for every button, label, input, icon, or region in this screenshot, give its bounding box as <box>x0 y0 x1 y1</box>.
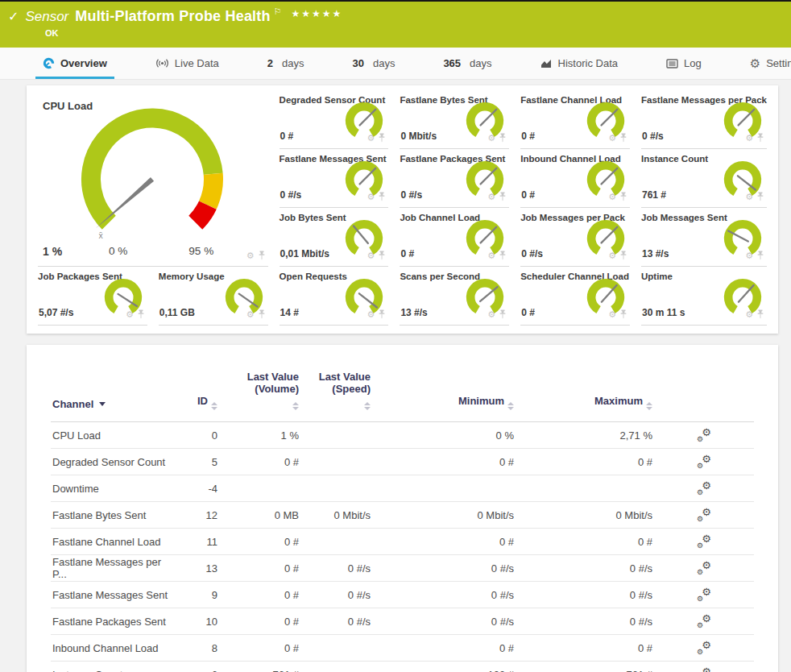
channel-settings-gear-icon[interactable]: ⚙ <box>608 193 616 201</box>
channel-settings-gear-icon[interactable]: ⚙ <box>487 251 495 260</box>
mini-gauge-tile: Scans per Second 13 #/s ⚙ <box>400 267 509 326</box>
cell-id: 12 <box>180 509 219 521</box>
table-row: Fastlane Packages Sent 10 0 # 0 #/s 0 #/… <box>51 608 754 635</box>
cell-last-value-volume: 0 # <box>219 589 300 601</box>
column-header-last-value-speed[interactable]: Last Value (Speed) <box>300 371 372 410</box>
pin-icon[interactable] <box>619 309 627 319</box>
pin-icon[interactable] <box>499 192 507 201</box>
channel-settings-gears-icon[interactable]: ⚙⚙ <box>696 615 712 628</box>
log-icon <box>666 59 678 68</box>
column-header-id[interactable]: ID <box>180 395 219 410</box>
pin-icon[interactable] <box>258 309 266 319</box>
channel-settings-gears-icon[interactable]: ⚙⚙ <box>696 562 712 575</box>
cell-last-value-volume: 0 # <box>219 616 300 628</box>
cell-minimum: 0 #/s <box>372 589 516 601</box>
mini-gauge-needle <box>481 227 497 243</box>
cell-id: 13 <box>180 562 219 575</box>
channel-settings-gear-icon[interactable]: ⚙ <box>367 193 375 201</box>
tab-settings[interactable]: ⚙ Settings <box>743 48 791 79</box>
mini-gauge-value: 0 # <box>521 189 535 201</box>
gear-icon: ⚙ <box>750 57 760 69</box>
channel-settings-gears-icon[interactable]: ⚙⚙ <box>696 668 712 672</box>
mini-gauge-value: 0,11 GB <box>159 307 195 318</box>
column-header-minimum[interactable]: Minimum <box>372 395 516 410</box>
channel-settings-gears-icon[interactable]: ⚙⚙ <box>696 482 712 496</box>
channel-settings-gear-icon[interactable]: ⚙ <box>745 134 753 143</box>
cell-channel: Downtime <box>51 483 180 495</box>
pin-icon[interactable] <box>499 309 507 319</box>
channel-settings-gear-icon[interactable]: ⚙ <box>367 134 375 143</box>
mini-gauge-value: 13 #/s <box>400 307 427 318</box>
column-header-maximum[interactable]: Maximum <box>516 395 654 410</box>
pin-icon[interactable] <box>378 309 386 319</box>
scale-min-label: 0 % <box>108 245 126 257</box>
area-chart-icon <box>540 58 553 68</box>
mini-gauge-needle <box>602 227 618 243</box>
pin-icon[interactable] <box>619 251 627 260</box>
channel-settings-gear-icon[interactable]: ⚙ <box>487 193 495 201</box>
pin-icon[interactable] <box>378 133 386 143</box>
pin-icon[interactable] <box>756 133 764 143</box>
mini-gauge-value: 30 m 11 s <box>642 307 685 318</box>
gauges-grid: CPU Load x̄ 0 % 95 % 1 % ⚙ Degraded Sens… <box>38 90 767 326</box>
tab-30-days[interactable]: 30 days <box>345 48 402 79</box>
pin-icon[interactable] <box>499 133 507 143</box>
tab-overview[interactable]: Overview <box>35 48 114 79</box>
cell-last-value-volume: 0 # <box>219 562 300 575</box>
mini-gauge-tile: Open Requests 14 # ⚙ <box>280 267 389 326</box>
table-row: Fastlane Messages Sent 9 0 # 0 #/s 0 #/s… <box>51 582 754 608</box>
channel-settings-gear-icon[interactable]: ⚙ <box>487 134 495 143</box>
channel-settings-gear-icon[interactable]: ⚙ <box>367 310 375 319</box>
tab-log[interactable]: Log <box>659 48 709 79</box>
tab-365-days[interactable]: 365 days <box>436 48 499 79</box>
channel-settings-gear-icon[interactable]: ⚙ <box>367 251 375 260</box>
cell-maximum: 0 # <box>516 642 654 654</box>
channel-settings-gear-icon[interactable]: ⚙ <box>745 251 753 260</box>
page-title: Multi-Platform Probe Health <box>75 8 270 25</box>
channel-settings-gear-icon[interactable]: ⚙ <box>246 310 255 319</box>
pin-icon[interactable] <box>619 133 627 143</box>
channel-settings-gear-icon[interactable]: ⚙ <box>608 310 616 319</box>
tab-historic-data[interactable]: Historic Data <box>533 48 625 79</box>
channel-settings-gear-icon[interactable]: ⚙ <box>608 251 616 260</box>
pin-icon[interactable] <box>258 251 266 260</box>
cpu-gauge: x̄ 0 % 95 % <box>56 103 249 261</box>
pin-icon[interactable] <box>378 192 386 201</box>
cell-channel: Fastlane Messages per P... <box>51 556 180 580</box>
cell-maximum: 0 # <box>516 456 654 468</box>
channel-settings-gears-icon[interactable]: ⚙⚙ <box>696 535 712 549</box>
channel-settings-gear-icon[interactable]: ⚙ <box>126 310 134 319</box>
channel-settings-gear-icon[interactable]: ⚙ <box>608 134 616 143</box>
column-header-last-value-volume[interactable]: Last Value (Volume) <box>219 371 300 410</box>
channel-settings-gears-icon[interactable]: ⚙⚙ <box>696 508 712 522</box>
mini-gauge-needle <box>360 168 376 185</box>
channel-settings-gears-icon[interactable]: ⚙⚙ <box>696 641 712 655</box>
mini-gauge-tile: Instance Count 761 # ⚙ <box>641 149 767 208</box>
mini-gauge-value: 0,01 Mbit/s <box>280 248 329 259</box>
cell-last-value-volume: 761 # <box>219 669 300 672</box>
channel-settings-gears-icon[interactable]: ⚙⚙ <box>696 588 712 602</box>
pin-icon[interactable] <box>137 309 145 319</box>
pin-icon[interactable] <box>378 251 386 260</box>
channel-settings-gear-icon[interactable]: ⚙ <box>745 310 753 319</box>
pin-icon[interactable] <box>619 192 627 201</box>
pin-icon[interactable] <box>756 251 764 260</box>
tab-2-days[interactable]: 2 days <box>260 48 312 79</box>
mini-gauge-tile: Fastlane Messages per Pack 0 #/s ⚙ <box>641 90 767 149</box>
sort-desc-icon <box>99 402 106 406</box>
priority-stars[interactable]: ★★★★★ <box>292 8 343 19</box>
cell-maximum: 0 #/s <box>516 616 654 628</box>
channel-settings-gear-icon[interactable]: ⚙ <box>745 193 753 201</box>
pin-icon[interactable] <box>499 251 507 260</box>
pin-icon[interactable] <box>756 309 764 319</box>
column-header-channel[interactable]: Channel <box>51 398 180 410</box>
flag-icon[interactable]: ⚐ <box>274 6 282 17</box>
mini-gauge-value: 0 Mbit/s <box>400 131 437 142</box>
channel-settings-gears-icon[interactable]: ⚙⚙ <box>696 455 712 469</box>
pin-icon[interactable] <box>756 192 764 201</box>
average-marker: x̄ <box>98 231 103 240</box>
tab-live-data[interactable]: Live Data <box>148 48 226 79</box>
channel-settings-gear-icon[interactable]: ⚙ <box>487 310 495 319</box>
channel-settings-gears-icon[interactable]: ⚙⚙ <box>696 429 712 442</box>
channel-settings-gear-icon[interactable]: ⚙ <box>246 251 255 260</box>
